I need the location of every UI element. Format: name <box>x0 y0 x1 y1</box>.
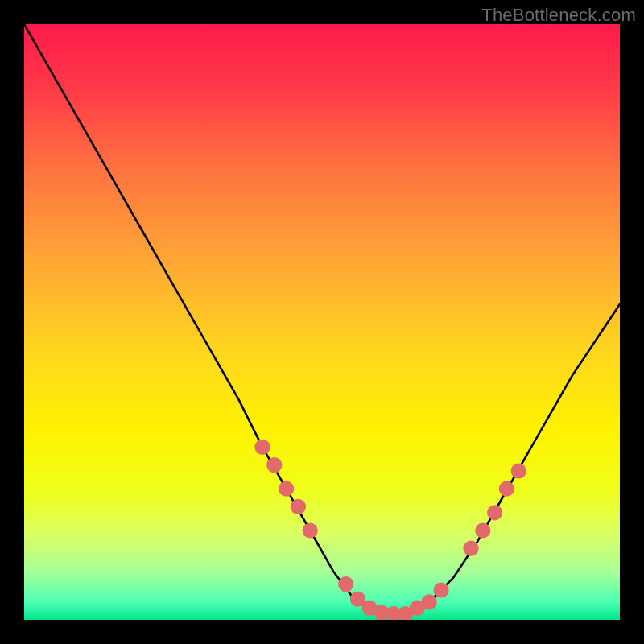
plot-area <box>24 24 620 620</box>
highlight-marker <box>475 522 490 538</box>
highlight-marker <box>338 576 353 592</box>
highlight-marker <box>433 582 448 597</box>
highlight-marker <box>266 457 282 473</box>
highlight-marker <box>303 522 318 538</box>
highlight-marker <box>511 463 526 478</box>
highlight-marker <box>254 440 270 455</box>
highlight-marker <box>279 481 294 497</box>
watermark-text: TheBottleneck.com <box>481 5 636 26</box>
gradient-background <box>24 24 620 620</box>
highlight-marker <box>499 481 514 497</box>
chart-container: TheBottleneck.com <box>0 0 644 644</box>
highlight-marker <box>487 505 502 520</box>
chart-svg <box>24 24 620 620</box>
highlight-marker <box>463 541 478 556</box>
highlight-marker <box>422 594 437 609</box>
highlight-marker <box>291 499 306 514</box>
